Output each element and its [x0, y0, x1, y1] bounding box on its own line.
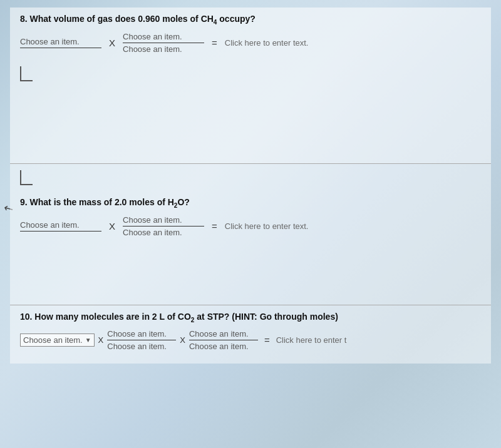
q10-frac2-denom[interactable]: Choose an item. — [189, 342, 249, 351]
q8-answer-input[interactable]: Click here to enter text. — [225, 38, 309, 48]
q10-title: 10. How many molecules are in 2 L of CO2… — [20, 312, 481, 323]
q8-denominator-right[interactable]: Choose an item. — [123, 44, 182, 54]
q10-answer-input[interactable]: Click here to enter t — [276, 335, 347, 345]
q8-multiply: X — [109, 38, 115, 48]
q8-equals: = — [212, 38, 217, 48]
q9-equals: = — [212, 221, 217, 232]
q9-answer-input[interactable]: Click here to enter text. — [225, 221, 309, 231]
q10-equals: = — [264, 335, 270, 345]
q10-multiply1: X — [98, 335, 104, 345]
q9-denominator-right[interactable]: Choose an item. — [123, 228, 182, 237]
q10-dropdown[interactable]: Choose an item. ▼ — [20, 333, 95, 347]
q10-dropdown-label: Choose an item. — [23, 335, 83, 345]
q8-numerator-left[interactable]: Choose an item. — [20, 37, 80, 46]
q10-frac2-num[interactable]: Choose an item. — [189, 329, 249, 339]
q8-numerator-right[interactable]: Choose an item. — [123, 32, 182, 41]
q10-multiply2: X — [180, 335, 185, 345]
q9-title: 9. What is the mass of 2.0 moles of H2O? — [20, 197, 481, 209]
q10-dropdown-arrow: ▼ — [85, 337, 91, 344]
q10-frac1-denom[interactable]: Choose an item. — [107, 342, 167, 351]
q10-frac1-num[interactable]: Choose an item. — [107, 329, 167, 339]
q9-numerator-right[interactable]: Choose an item. — [123, 215, 182, 225]
q9-bracket-top — [20, 170, 33, 185]
q8-bracket — [20, 66, 33, 81]
q8-title: 8. What volume of gas does 0.960 moles o… — [20, 14, 481, 26]
q9-multiply: X — [109, 221, 115, 232]
q9-numerator-left[interactable]: Choose an item. — [20, 220, 80, 230]
